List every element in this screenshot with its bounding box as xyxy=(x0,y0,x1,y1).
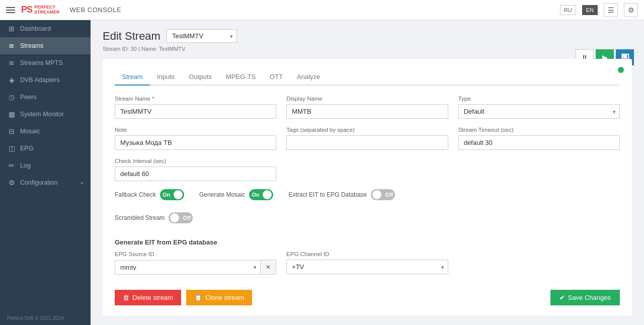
fallback-check-label: Fallback Check xyxy=(115,191,156,198)
sidebar-item-streams[interactable]: ≋ Streams xyxy=(0,37,91,54)
epg-channel-select-wrapper[interactable]: +TV other xyxy=(286,260,448,274)
stream-select-wrapper[interactable]: TestMMTV xyxy=(167,29,237,43)
generate-mosaic-label: Generate Mosaic xyxy=(199,191,245,198)
sidebar-item-label: EPG xyxy=(20,145,33,152)
sidebar-footer: Perfect Soft © 2011-2024 xyxy=(0,311,91,325)
epg-source-clear-button[interactable]: ✕ xyxy=(261,260,276,275)
scrambled-toggle-group: Scrambled Stream Off xyxy=(115,212,193,223)
stream-meta: Stream ID: 30 | Name: TestMMTV xyxy=(103,46,632,52)
tab-mpeg-ts[interactable]: MPEG-TS xyxy=(219,69,263,86)
epg-source-select[interactable]: mmtv other xyxy=(115,260,261,275)
sidebar-item-label: Peers xyxy=(20,94,37,101)
sidebar-item-label: Streams xyxy=(20,42,44,49)
peers-icon: ◷ xyxy=(7,93,16,101)
logo-ps: PS xyxy=(21,5,32,15)
config-expand-icon: ▸ xyxy=(81,180,84,186)
sidebar-item-configuration[interactable]: ⚙ Configuration ▸ xyxy=(0,174,91,191)
lang-en-button[interactable]: EN xyxy=(582,5,598,15)
clone-icon: 📋 xyxy=(194,294,202,301)
sidebar-item-peers[interactable]: ◷ Peers xyxy=(0,89,91,106)
extract-eit-knob xyxy=(372,190,381,199)
epg-row: EPG Source ID mmtv other ✕ xyxy=(115,251,620,275)
scrambled-text: Off xyxy=(183,215,191,221)
generate-mosaic-text: On xyxy=(252,192,259,198)
tags-input[interactable] xyxy=(286,135,448,150)
tab-analyze[interactable]: Analyze xyxy=(290,69,327,86)
epg-source-select-wrapper[interactable]: mmtv other xyxy=(115,260,261,275)
epg-icon: ◫ xyxy=(7,144,16,152)
mosaic-icon: ⊟ xyxy=(7,127,16,135)
note-label: Note xyxy=(115,127,276,133)
sidebar-item-label: Mosaic xyxy=(20,128,40,135)
sidebar-item-streams-mpts[interactable]: ≋ Streams MPTS xyxy=(0,54,91,71)
scrambled-knob xyxy=(170,213,179,222)
sidebar-item-epg[interactable]: ◫ EPG xyxy=(0,140,91,157)
type-group: Type Default Backup Relay xyxy=(458,96,620,119)
sidebar-item-dvb-adapters[interactable]: ◈ DVB Adapters xyxy=(0,71,91,89)
stream-timeout-input[interactable] xyxy=(458,135,620,150)
settings-icon-button[interactable]: ⚙ xyxy=(624,3,638,17)
stream-name-input[interactable] xyxy=(115,104,276,119)
clone-stream-button[interactable]: 📋 Clone stream xyxy=(186,290,252,305)
tabs: Stream Inputs Outputs MPEG-TS OTT Analyz… xyxy=(115,69,620,86)
form-row-3: Check Interval (sec) xyxy=(115,158,620,181)
fallback-check-toggle-group: Fallback Check On xyxy=(115,189,184,200)
display-name-input[interactable] xyxy=(286,104,448,119)
tab-inputs[interactable]: Inputs xyxy=(150,69,182,86)
epg-section-title: Generate EIT from EPG database xyxy=(115,238,620,246)
epg-channel-select[interactable]: +TV other xyxy=(286,260,448,274)
stream-name-label: Stream Name * xyxy=(115,96,276,102)
monitor-icon: ▦ xyxy=(7,110,16,118)
tab-ott[interactable]: OTT xyxy=(263,69,290,86)
sidebar-item-label: Log xyxy=(20,162,31,169)
main-content: Edit Stream TestMMTV Stream ID: 30 | Nam… xyxy=(91,20,644,325)
form-row-1: Stream Name * Display Name Type Default … xyxy=(115,96,620,119)
toggle-row: Fallback Check On Generate Mosaic On xyxy=(115,189,620,207)
epg-source-select-row: mmtv other ✕ xyxy=(115,260,276,275)
topbar-title: WEB CONSOLE xyxy=(70,6,121,14)
generate-mosaic-toggle[interactable]: On xyxy=(249,189,273,200)
lang-ru-button[interactable]: RU xyxy=(560,5,576,15)
extract-eit-toggle[interactable]: Off xyxy=(371,189,395,200)
stream-name-group: Stream Name * xyxy=(115,96,276,119)
sidebar-item-system-monitor[interactable]: ▦ System Monitor xyxy=(0,106,91,123)
menu-icon[interactable] xyxy=(6,7,15,13)
generate-mosaic-toggle-group: Generate Mosaic On xyxy=(199,189,273,200)
tab-outputs[interactable]: Outputs xyxy=(182,69,219,86)
fallback-check-knob xyxy=(174,190,183,199)
sidebar-item-label: Dashboard xyxy=(20,25,51,32)
form-row-2: Note Tags (separated by space) Stream Ti… xyxy=(115,127,620,150)
check-interval-group: Check Interval (sec) xyxy=(115,158,276,181)
clone-label: Clone stream xyxy=(205,294,244,301)
check-interval-label: Check Interval (sec) xyxy=(115,158,276,164)
streams-mpts-icon: ≋ xyxy=(7,59,16,67)
stream-select[interactable]: TestMMTV xyxy=(167,29,237,43)
sidebar-item-label: Configuration xyxy=(20,179,57,186)
sidebar-item-log[interactable]: ✏ Log xyxy=(0,157,91,174)
sidebar-item-label: DVB Adapters xyxy=(20,76,60,84)
epg-channel-id-label: EPG Channel ID xyxy=(286,251,448,257)
delete-stream-button[interactable]: 🗑 Delete stream xyxy=(115,290,181,305)
check-interval-input[interactable] xyxy=(115,167,276,181)
tab-stream[interactable]: Stream xyxy=(115,69,150,86)
dvb-icon: ◈ xyxy=(7,76,16,84)
save-changes-button[interactable]: ✔ Save Changes xyxy=(550,290,620,305)
topbar: PS PERFECT STREAMER WEB CONSOLE RU EN ☰ … xyxy=(0,0,644,20)
type-select-wrapper[interactable]: Default Backup Relay xyxy=(458,104,620,119)
logo-text: PERFECT STREAMER xyxy=(34,5,60,15)
note-input[interactable] xyxy=(115,135,276,150)
sidebar-item-dashboard[interactable]: ⊞ Dashboard xyxy=(0,20,91,37)
delete-label: Delete stream xyxy=(132,294,173,301)
fallback-check-toggle[interactable]: On xyxy=(160,189,184,200)
sidebar-item-mosaic[interactable]: ⊟ Mosaic xyxy=(0,123,91,140)
fallback-check-text: On xyxy=(163,192,170,198)
epg-channel-id-group: EPG Channel ID +TV other xyxy=(286,251,448,275)
type-select[interactable]: Default Backup Relay xyxy=(458,104,620,119)
tags-label: Tags (separated by space) xyxy=(286,127,448,133)
theme-icon-button[interactable]: ☰ xyxy=(604,3,618,17)
scrambled-toggle[interactable]: Off xyxy=(169,212,193,223)
display-name-label: Display Name xyxy=(286,96,448,102)
save-label: Save Changes xyxy=(568,294,611,301)
streams-icon: ≋ xyxy=(7,42,16,50)
display-name-group: Display Name xyxy=(286,96,448,119)
